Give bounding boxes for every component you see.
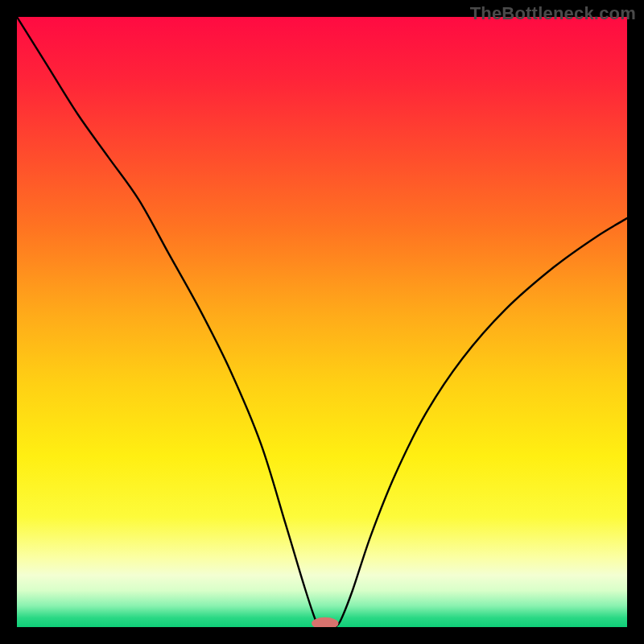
chart-frame: TheBottleneck.com — [0, 0, 644, 644]
plot-area — [17, 17, 627, 627]
bottleneck-chart — [17, 17, 627, 627]
gradient-background — [17, 17, 627, 627]
watermark-text: TheBottleneck.com — [470, 3, 636, 24]
